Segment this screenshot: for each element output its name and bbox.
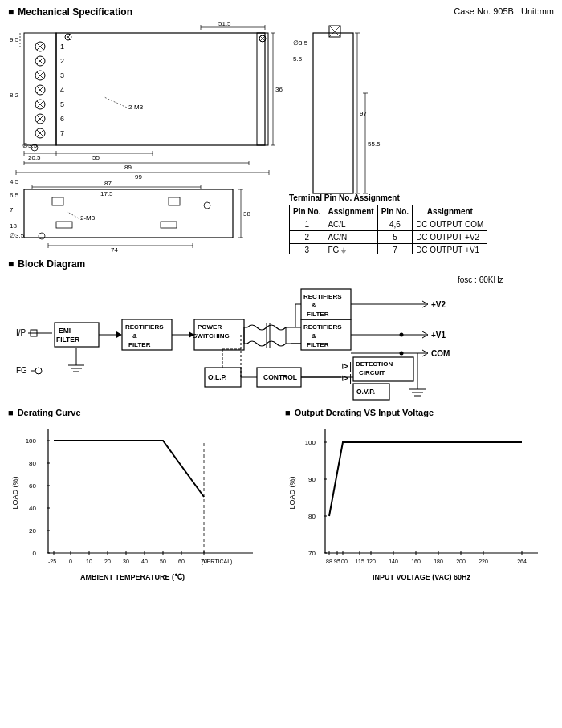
svg-text:74: 74 bbox=[111, 246, 118, 254]
svg-text:200: 200 bbox=[456, 559, 466, 564]
svg-text:36: 36 bbox=[275, 86, 283, 93]
svg-text:&: & bbox=[132, 332, 137, 340]
svg-text:4: 4 bbox=[60, 86, 64, 94]
svg-text:5.5: 5.5 bbox=[293, 55, 303, 63]
svg-text:40: 40 bbox=[141, 559, 148, 564]
svg-text:SWITCHING: SWITCHING bbox=[193, 332, 230, 340]
svg-text:50: 50 bbox=[160, 559, 166, 564]
svg-line-158 bbox=[422, 335, 428, 338]
svg-text:0: 0 bbox=[33, 550, 37, 557]
output-derating-title: Output Derating VS Input Voltage bbox=[285, 408, 554, 417]
svg-text:9.5: 9.5 bbox=[10, 36, 19, 43]
svg-text:30: 30 bbox=[123, 559, 129, 564]
svg-text:3: 3 bbox=[60, 71, 64, 79]
case-info: Case No. 905B Unit:mm bbox=[454, 6, 554, 16]
svg-text:fosc : 60KHz: fosc : 60KHz bbox=[458, 275, 503, 284]
svg-text:97: 97 bbox=[360, 110, 367, 117]
svg-text:70: 70 bbox=[308, 550, 316, 557]
svg-rect-33 bbox=[257, 33, 268, 145]
svg-text:17.5: 17.5 bbox=[100, 190, 113, 197]
svg-text:55: 55 bbox=[92, 154, 100, 161]
svg-text:-25: -25 bbox=[48, 559, 56, 564]
svg-line-161 bbox=[422, 350, 428, 353]
svg-text:140: 140 bbox=[389, 559, 398, 564]
svg-point-127 bbox=[35, 368, 42, 374]
output-derating-svg: LOAD (%) 70 80 90 100 88 95 100 bbox=[285, 421, 550, 589]
svg-point-99 bbox=[39, 233, 45, 239]
derating-curve-section: Derating Curve LOAD (%) 0 20 40 60 80 bbox=[8, 408, 277, 591]
svg-text:FG: FG bbox=[16, 366, 27, 375]
svg-text:115: 115 bbox=[355, 559, 364, 564]
svg-text:FILTER: FILTER bbox=[56, 336, 79, 344]
svg-text:&: & bbox=[312, 302, 316, 309]
svg-text:&: & bbox=[312, 332, 316, 340]
svg-text:10: 10 bbox=[86, 559, 92, 564]
svg-rect-88 bbox=[52, 197, 63, 205]
svg-text:CONTROL: CONTROL bbox=[263, 373, 297, 381]
svg-point-186 bbox=[400, 352, 404, 356]
output-derating-section: Output Derating VS Input Voltage LOAD (%… bbox=[285, 408, 554, 591]
svg-text:4.5: 4.5 bbox=[10, 178, 19, 185]
block-diagram-svg: fosc : 60KHz I/P EMI FILTER RECTIFIERS &… bbox=[8, 273, 554, 401]
svg-text:COM: COM bbox=[431, 349, 450, 358]
svg-text:+V1: +V1 bbox=[431, 331, 446, 340]
block-section: Block Diagram fosc : 60KHz I/P EMI FILTE… bbox=[8, 258, 554, 401]
svg-text:7: 7 bbox=[10, 206, 14, 214]
svg-text:100: 100 bbox=[338, 559, 348, 564]
svg-text:99: 99 bbox=[135, 173, 142, 181]
svg-text:2: 2 bbox=[60, 57, 64, 65]
svg-text:DETECTION: DETECTION bbox=[356, 360, 393, 368]
svg-text:FILTER: FILTER bbox=[128, 341, 151, 348]
svg-text:EMI: EMI bbox=[59, 327, 71, 335]
svg-text:88: 88 bbox=[326, 559, 332, 564]
svg-text:O.V.P.: O.V.P. bbox=[356, 388, 375, 396]
svg-line-102 bbox=[67, 212, 79, 218]
svg-text:⊳|: ⊳| bbox=[341, 372, 352, 384]
svg-rect-68 bbox=[313, 33, 353, 193]
svg-text:40: 40 bbox=[29, 505, 36, 512]
svg-text:2-M3: 2-M3 bbox=[128, 104, 144, 111]
mechanical-title: Mechanical Specification bbox=[8, 6, 132, 18]
svg-text:6: 6 bbox=[60, 115, 64, 123]
svg-point-185 bbox=[400, 333, 404, 337]
svg-marker-116 bbox=[116, 331, 122, 338]
svg-text:RECTIFIERS: RECTIFIERS bbox=[125, 323, 164, 331]
svg-rect-89 bbox=[169, 197, 180, 205]
svg-text:100: 100 bbox=[26, 437, 37, 445]
svg-text:100: 100 bbox=[305, 439, 316, 446]
svg-text:+V2: +V2 bbox=[431, 300, 446, 309]
svg-rect-0 bbox=[56, 33, 265, 145]
svg-text:LOAD (%): LOAD (%) bbox=[288, 476, 296, 509]
svg-line-157 bbox=[422, 331, 428, 335]
svg-text:51.5: 51.5 bbox=[218, 21, 231, 27]
svg-point-100 bbox=[204, 202, 210, 209]
svg-text:60: 60 bbox=[178, 559, 185, 564]
svg-text:INPUT VOLTAGE (VAC) 60Hz: INPUT VOLTAGE (VAC) 60Hz bbox=[373, 573, 471, 581]
svg-text:80: 80 bbox=[29, 460, 36, 467]
block-title: Block Diagram bbox=[8, 258, 554, 270]
svg-text:0: 0 bbox=[69, 559, 72, 564]
svg-text:∅3.5: ∅3.5 bbox=[293, 39, 308, 47]
svg-text:7: 7 bbox=[60, 129, 64, 137]
svg-text:FILTER: FILTER bbox=[307, 311, 329, 318]
svg-text:160: 160 bbox=[411, 559, 421, 564]
svg-text:264: 264 bbox=[517, 559, 527, 564]
svg-text:RECTIFIERS: RECTIFIERS bbox=[303, 293, 342, 300]
svg-text:20: 20 bbox=[104, 559, 111, 564]
svg-text:60: 60 bbox=[29, 482, 36, 490]
svg-text:∅3.5: ∅3.5 bbox=[10, 232, 25, 239]
terminal-table: Pin No. Assignment Pin No. Assignment 1 … bbox=[289, 205, 487, 254]
svg-line-153 bbox=[422, 301, 428, 304]
svg-text:LOAD (%): LOAD (%) bbox=[11, 476, 19, 509]
svg-text:38: 38 bbox=[243, 210, 250, 218]
svg-text:I/P: I/P bbox=[16, 328, 26, 337]
svg-line-154 bbox=[422, 304, 428, 307]
svg-rect-82 bbox=[24, 189, 233, 238]
derating-curve-svg: LOAD (%) 0 20 40 60 80 100 -25 0 bbox=[8, 421, 265, 589]
svg-text:180: 180 bbox=[434, 559, 443, 564]
svg-text:∅3.5: ∅3.5 bbox=[22, 142, 38, 149]
svg-text:FILTER: FILTER bbox=[307, 341, 329, 348]
derating-title: Derating Curve bbox=[8, 408, 277, 417]
svg-text:20.5: 20.5 bbox=[28, 154, 41, 161]
svg-text:20: 20 bbox=[29, 527, 36, 535]
